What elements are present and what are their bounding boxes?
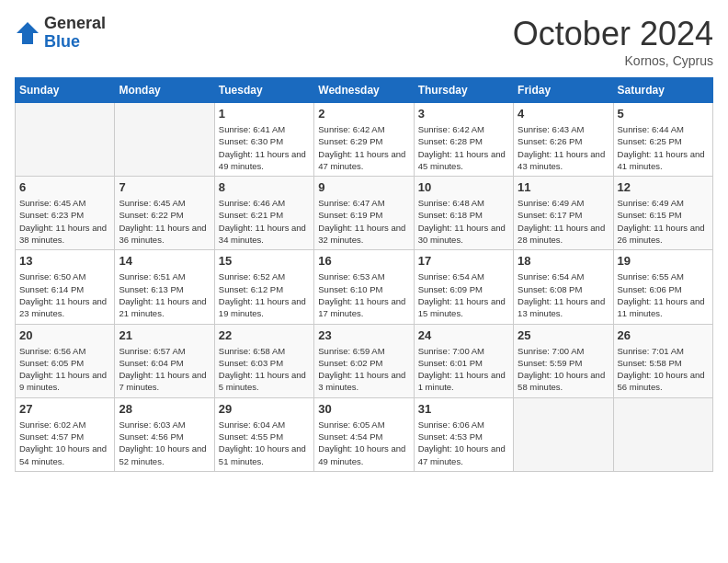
cell-info: Sunrise: 6:52 AM Sunset: 6:12 PM Dayligh… <box>219 270 310 319</box>
header-sunday: Sunday <box>16 78 115 103</box>
cell-info: Sunrise: 6:04 AM Sunset: 4:55 PM Dayligh… <box>219 419 310 467</box>
cell-info: Sunrise: 6:49 AM Sunset: 6:17 PM Dayligh… <box>518 197 609 246</box>
day-number: 19 <box>618 254 709 268</box>
calendar-cell: 7Sunrise: 6:45 AM Sunset: 6:22 PM Daylig… <box>115 177 214 250</box>
calendar-cell: 13Sunrise: 6:50 AM Sunset: 6:14 PM Dayli… <box>16 250 115 324</box>
cell-info: Sunrise: 6:06 AM Sunset: 4:53 PM Dayligh… <box>418 419 509 467</box>
cell-info: Sunrise: 7:00 AM Sunset: 5:59 PM Dayligh… <box>518 345 609 394</box>
cell-info: Sunrise: 6:43 AM Sunset: 6:26 PM Dayligh… <box>518 123 609 172</box>
week-row-1: 1Sunrise: 6:41 AM Sunset: 6:30 PM Daylig… <box>16 103 713 177</box>
logo: General Blue <box>15 15 106 52</box>
cell-info: Sunrise: 6:44 AM Sunset: 6:25 PM Dayligh… <box>618 123 709 172</box>
calendar-cell: 24Sunrise: 7:00 AM Sunset: 6:01 PM Dayli… <box>414 324 513 397</box>
cell-info: Sunrise: 7:00 AM Sunset: 6:01 PM Dayligh… <box>418 345 509 394</box>
calendar-cell <box>613 397 712 471</box>
calendar-cell: 1Sunrise: 6:41 AM Sunset: 6:30 PM Daylig… <box>214 103 313 177</box>
day-number: 21 <box>119 328 210 342</box>
calendar-cell: 21Sunrise: 6:57 AM Sunset: 6:04 PM Dayli… <box>115 324 214 397</box>
day-number: 1 <box>219 107 310 121</box>
header-row: Sunday Monday Tuesday Wednesday Thursday… <box>16 78 713 103</box>
title-block: October 2024 Kornos, Cyprus <box>513 15 713 68</box>
cell-info: Sunrise: 7:01 AM Sunset: 5:58 PM Dayligh… <box>618 345 709 394</box>
svg-marker-0 <box>17 22 39 44</box>
day-number: 6 <box>19 180 110 194</box>
calendar-cell: 27Sunrise: 6:02 AM Sunset: 4:57 PM Dayli… <box>16 397 115 471</box>
cell-info: Sunrise: 6:56 AM Sunset: 6:05 PM Dayligh… <box>19 345 110 394</box>
calendar-cell: 30Sunrise: 6:05 AM Sunset: 4:54 PM Dayli… <box>314 397 414 471</box>
cell-info: Sunrise: 6:46 AM Sunset: 6:21 PM Dayligh… <box>219 197 310 246</box>
calendar-cell: 31Sunrise: 6:06 AM Sunset: 4:53 PM Dayli… <box>414 397 513 471</box>
header-wednesday: Wednesday <box>314 78 414 103</box>
location: Kornos, Cyprus <box>513 53 713 68</box>
cell-info: Sunrise: 6:49 AM Sunset: 6:15 PM Dayligh… <box>618 197 709 246</box>
day-number: 8 <box>219 180 310 194</box>
calendar-cell: 3Sunrise: 6:42 AM Sunset: 6:28 PM Daylig… <box>414 103 513 177</box>
cell-info: Sunrise: 6:41 AM Sunset: 6:30 PM Dayligh… <box>219 123 310 172</box>
day-number: 14 <box>119 254 210 268</box>
month-title: October 2024 <box>513 15 713 53</box>
calendar-cell: 15Sunrise: 6:52 AM Sunset: 6:12 PM Dayli… <box>214 250 313 324</box>
header-saturday: Saturday <box>613 78 712 103</box>
calendar-cell: 19Sunrise: 6:55 AM Sunset: 6:06 PM Dayli… <box>613 250 712 324</box>
day-number: 10 <box>418 180 509 194</box>
calendar-cell: 9Sunrise: 6:47 AM Sunset: 6:19 PM Daylig… <box>314 177 414 250</box>
header-friday: Friday <box>514 78 613 103</box>
day-number: 23 <box>318 328 409 342</box>
calendar-cell: 14Sunrise: 6:51 AM Sunset: 6:13 PM Dayli… <box>115 250 214 324</box>
calendar-cell: 8Sunrise: 6:46 AM Sunset: 6:21 PM Daylig… <box>214 177 313 250</box>
calendar-cell: 16Sunrise: 6:53 AM Sunset: 6:10 PM Dayli… <box>314 250 414 324</box>
day-number: 30 <box>318 402 409 416</box>
day-number: 16 <box>318 254 409 268</box>
logo-blue: Blue <box>44 33 106 52</box>
cell-info: Sunrise: 6:42 AM Sunset: 6:28 PM Dayligh… <box>418 123 509 172</box>
cell-info: Sunrise: 6:54 AM Sunset: 6:08 PM Dayligh… <box>518 270 609 319</box>
cell-info: Sunrise: 6:51 AM Sunset: 6:13 PM Dayligh… <box>119 270 210 319</box>
calendar-table: Sunday Monday Tuesday Wednesday Thursday… <box>15 77 713 472</box>
day-number: 12 <box>618 180 709 194</box>
day-number: 4 <box>518 107 609 121</box>
cell-info: Sunrise: 6:47 AM Sunset: 6:19 PM Dayligh… <box>318 197 409 246</box>
calendar-cell: 6Sunrise: 6:45 AM Sunset: 6:23 PM Daylig… <box>16 177 115 250</box>
day-number: 28 <box>119 402 210 416</box>
cell-info: Sunrise: 6:45 AM Sunset: 6:22 PM Dayligh… <box>119 197 210 246</box>
calendar-cell: 22Sunrise: 6:58 AM Sunset: 6:03 PM Dayli… <box>214 324 313 397</box>
cell-info: Sunrise: 6:57 AM Sunset: 6:04 PM Dayligh… <box>119 345 210 394</box>
week-row-2: 6Sunrise: 6:45 AM Sunset: 6:23 PM Daylig… <box>16 177 713 250</box>
cell-info: Sunrise: 6:58 AM Sunset: 6:03 PM Dayligh… <box>219 345 310 394</box>
cell-info: Sunrise: 6:59 AM Sunset: 6:02 PM Dayligh… <box>318 345 409 394</box>
day-number: 31 <box>418 402 509 416</box>
day-number: 7 <box>119 180 210 194</box>
calendar-cell: 20Sunrise: 6:56 AM Sunset: 6:05 PM Dayli… <box>16 324 115 397</box>
cell-info: Sunrise: 6:55 AM Sunset: 6:06 PM Dayligh… <box>618 270 709 319</box>
day-number: 20 <box>19 328 110 342</box>
calendar-cell: 23Sunrise: 6:59 AM Sunset: 6:02 PM Dayli… <box>314 324 414 397</box>
header-thursday: Thursday <box>414 78 513 103</box>
calendar-cell: 5Sunrise: 6:44 AM Sunset: 6:25 PM Daylig… <box>613 103 712 177</box>
calendar-cell: 28Sunrise: 6:03 AM Sunset: 4:56 PM Dayli… <box>115 397 214 471</box>
day-number: 15 <box>219 254 310 268</box>
header-monday: Monday <box>115 78 214 103</box>
calendar-cell: 18Sunrise: 6:54 AM Sunset: 6:08 PM Dayli… <box>514 250 613 324</box>
day-number: 2 <box>318 107 409 121</box>
calendar-cell: 17Sunrise: 6:54 AM Sunset: 6:09 PM Dayli… <box>414 250 513 324</box>
day-number: 27 <box>19 402 110 416</box>
calendar-cell <box>115 103 214 177</box>
cell-info: Sunrise: 6:50 AM Sunset: 6:14 PM Dayligh… <box>19 270 110 319</box>
cell-info: Sunrise: 6:03 AM Sunset: 4:56 PM Dayligh… <box>119 419 210 467</box>
day-number: 5 <box>618 107 709 121</box>
calendar-cell: 25Sunrise: 7:00 AM Sunset: 5:59 PM Dayli… <box>514 324 613 397</box>
day-number: 17 <box>418 254 509 268</box>
cell-info: Sunrise: 6:05 AM Sunset: 4:54 PM Dayligh… <box>318 419 409 467</box>
cell-info: Sunrise: 6:53 AM Sunset: 6:10 PM Dayligh… <box>318 270 409 319</box>
logo-icon <box>15 20 40 46</box>
calendar-cell: 11Sunrise: 6:49 AM Sunset: 6:17 PM Dayli… <box>514 177 613 250</box>
calendar-cell: 10Sunrise: 6:48 AM Sunset: 6:18 PM Dayli… <box>414 177 513 250</box>
week-row-4: 20Sunrise: 6:56 AM Sunset: 6:05 PM Dayli… <box>16 324 713 397</box>
cell-info: Sunrise: 6:45 AM Sunset: 6:23 PM Dayligh… <box>19 197 110 246</box>
calendar-cell: 4Sunrise: 6:43 AM Sunset: 6:26 PM Daylig… <box>514 103 613 177</box>
cell-info: Sunrise: 6:02 AM Sunset: 4:57 PM Dayligh… <box>19 419 110 467</box>
page-header: General Blue October 2024 Kornos, Cyprus <box>15 15 713 68</box>
header-tuesday: Tuesday <box>214 78 313 103</box>
calendar-cell: 29Sunrise: 6:04 AM Sunset: 4:55 PM Dayli… <box>214 397 313 471</box>
week-row-3: 13Sunrise: 6:50 AM Sunset: 6:14 PM Dayli… <box>16 250 713 324</box>
